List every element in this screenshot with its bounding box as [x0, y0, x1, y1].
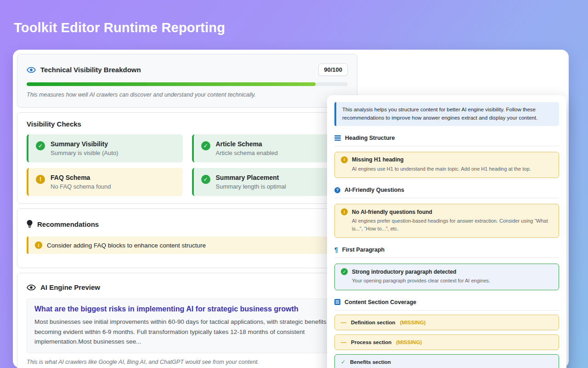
- check-card-article-schema: ✓ Article Schema Article schema enabled: [192, 134, 348, 162]
- section-ai-friendly-questions: ? AI-Friendly Questions: [334, 184, 559, 198]
- info-icon: i: [35, 242, 42, 249]
- section-content-coverage: Content Section Coverage: [334, 297, 559, 310]
- breakdown-description: This measures how well AI crawlers can d…: [27, 92, 348, 98]
- checks-grid: ✓ Summary Visibility Summary is visible …: [27, 134, 348, 196]
- lightbulb-icon: [27, 220, 33, 228]
- section-title: First Paragraph: [342, 247, 384, 253]
- eye-icon: [27, 284, 36, 291]
- analysis-intro-note: This analysis helps you structure conten…: [334, 102, 559, 126]
- warning-no-questions: ! No AI-friendly questions found AI engi…: [334, 204, 559, 238]
- check-title: FAQ Schema: [51, 174, 111, 181]
- coverage-label: Process section: [351, 339, 391, 345]
- recommendations-title: Recommendations: [37, 220, 99, 228]
- visibility-progress: [27, 82, 348, 86]
- question-icon: ?: [334, 187, 340, 193]
- check-icon: ✓: [201, 175, 210, 184]
- section-first-paragraph: ¶ First Paragraph: [334, 244, 559, 258]
- alert-icon: !: [341, 208, 348, 215]
- missing-badge: (MISSING): [400, 320, 425, 325]
- coverage-label: Benefits section: [350, 359, 391, 365]
- recommendations-card: Recommendations i Consider adding FAQ bl…: [17, 208, 357, 268]
- check-icon: ✓: [201, 141, 210, 150]
- technical-visibility-card: Technical Visibility Breakdown 90/100 Th…: [17, 54, 357, 108]
- item-title: No AI-friendly questions found: [352, 209, 432, 215]
- breakdown-title: Technical Visibility Breakdown: [40, 66, 141, 74]
- visibility-checks-card: Visibility Checks ✓ Summary Visibility S…: [17, 112, 357, 204]
- score-badge: 90/100: [318, 63, 348, 76]
- item-title: Strong introductory paragraph detected: [352, 269, 456, 275]
- dash-icon: —: [341, 319, 346, 326]
- check-card-summary-visibility: ✓ Summary Visibility Summary is visible …: [27, 134, 183, 162]
- visibility-checks-title: Visibility Checks: [27, 120, 348, 128]
- check-icon: ✓: [341, 268, 348, 275]
- content-structure-overlay: This analysis helps you structure conten…: [327, 95, 566, 368]
- list-icon: [334, 299, 340, 305]
- item-description: Your opening paragraph provides clear co…: [352, 277, 553, 285]
- coverage-label: Definition section: [351, 320, 395, 325]
- coverage-row-process: — Process section (MISSING): [334, 334, 559, 350]
- section-title: Content Section Coverage: [345, 299, 416, 305]
- check-card-summary-placement: ✓ Summary Placement Summary length is op…: [192, 168, 348, 196]
- ai-engine-preview-card: AI Engine Preview What are the biggest r…: [17, 273, 357, 368]
- preview-box: What are the biggest risks in implementi…: [27, 299, 348, 353]
- check-title: Summary Visibility: [51, 140, 118, 148]
- section-title: Heading Structure: [345, 135, 395, 141]
- eye-icon: [27, 67, 36, 73]
- page-title: Toolkit Editor Runtime Reporting: [14, 20, 225, 35]
- check-subtitle: No FAQ schema found: [51, 183, 111, 190]
- item-description: AI engines use H1 to understand the main…: [352, 165, 553, 173]
- check-icon: ✓: [341, 359, 345, 365]
- check-subtitle: Summary is visible (Auto): [51, 150, 118, 156]
- recommendation-text: Consider adding FAQ blocks to enhance co…: [47, 242, 206, 249]
- preview-footnote: This is what AI crawlers like Google AI,…: [27, 359, 348, 365]
- coverage-row-benefits: ✓ Benefits section: [334, 354, 559, 368]
- check-title: Article Schema: [216, 140, 278, 148]
- check-subtitle: Article schema enabled: [216, 150, 278, 156]
- warning-missing-h1: ! Missing H1 heading AI engines use H1 t…: [334, 152, 559, 178]
- alert-icon: !: [36, 175, 45, 184]
- preview-body: Most businesses see initial improvements…: [34, 317, 340, 347]
- item-title: Missing H1 heading: [352, 156, 404, 163]
- preview-question: What are the biggest risks in implementi…: [34, 305, 340, 313]
- pilcrow-icon: ¶: [334, 247, 338, 253]
- dash-icon: —: [341, 339, 346, 345]
- check-subtitle: Summary length is optimal: [216, 183, 286, 190]
- success-strong-intro: ✓ Strong introductory paragraph detected…: [334, 264, 559, 290]
- lines-icon: [334, 135, 341, 141]
- coverage-row-definition: — Definition section (MISSING): [334, 315, 559, 330]
- visibility-progress-fill: [27, 82, 316, 86]
- missing-badge: (MISSING): [396, 339, 422, 345]
- preview-title: AI Engine Preview: [40, 283, 100, 291]
- check-title: Summary Placement: [216, 174, 286, 181]
- recommendation-item: i Consider adding FAQ blocks to enhance …: [27, 236, 348, 254]
- section-heading-structure: Heading Structure: [334, 132, 559, 146]
- check-icon: ✓: [36, 141, 45, 150]
- alert-icon: !: [341, 156, 348, 163]
- check-card-faq-schema: ! FAQ Schema No FAQ schema found: [27, 168, 183, 196]
- section-title: AI-Friendly Questions: [345, 187, 404, 193]
- item-description: AI engines prefer question-based heading…: [352, 217, 553, 232]
